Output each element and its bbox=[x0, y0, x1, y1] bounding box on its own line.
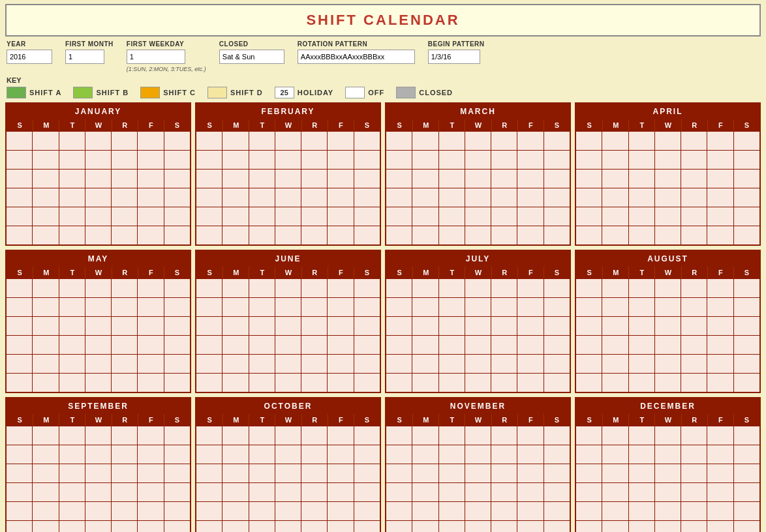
day-header-W: W bbox=[465, 414, 491, 426]
day-cell bbox=[386, 374, 412, 392]
day-header-R: R bbox=[681, 119, 707, 131]
day-cell bbox=[7, 226, 32, 244]
closed-input[interactable] bbox=[219, 50, 284, 64]
day-cell bbox=[164, 170, 190, 188]
day-cell bbox=[517, 355, 543, 373]
day-cell bbox=[544, 374, 570, 392]
day-header-T: T bbox=[628, 267, 654, 278]
day-cell bbox=[301, 464, 327, 482]
day-cell bbox=[544, 502, 570, 520]
day-cell bbox=[544, 317, 570, 335]
day-cell bbox=[629, 521, 654, 532]
day-cell bbox=[85, 226, 111, 244]
day-cell bbox=[681, 464, 707, 482]
day-cell bbox=[576, 188, 602, 207]
day-cell bbox=[85, 426, 111, 445]
day-header-W: W bbox=[85, 267, 111, 278]
month-header-november: NOVEMBER bbox=[386, 398, 570, 414]
day-header-F: F bbox=[328, 119, 354, 131]
calendar-grid bbox=[576, 278, 759, 392]
day-header-S: S bbox=[196, 414, 222, 426]
key-closed: CLOSED bbox=[396, 87, 453, 98]
controls-section: YEAR FIRST MONTH FIRST WEEKDAY (1:SUN, 2… bbox=[0, 37, 766, 74]
year-input[interactable] bbox=[7, 50, 52, 64]
day-header-S: S bbox=[386, 119, 412, 131]
day-cell bbox=[544, 298, 570, 316]
day-cell bbox=[222, 298, 248, 316]
day-cell bbox=[386, 317, 412, 335]
day-header-F: F bbox=[328, 414, 354, 426]
day-cell bbox=[681, 483, 707, 501]
day-header-W: W bbox=[85, 414, 111, 426]
day-cell bbox=[707, 226, 733, 244]
day-header-R: R bbox=[491, 119, 517, 131]
day-cell bbox=[465, 502, 491, 520]
month-block-july: JULYSMTWRFS bbox=[385, 250, 571, 393]
day-cell bbox=[275, 170, 301, 188]
day-header-W: W bbox=[465, 119, 491, 131]
day-cell bbox=[7, 502, 32, 520]
day-cell bbox=[59, 521, 85, 532]
begin-input[interactable] bbox=[428, 50, 480, 64]
day-cell bbox=[544, 151, 570, 169]
key-shift-c: SHIFT C bbox=[140, 87, 196, 98]
day-cell bbox=[275, 151, 301, 169]
day-cell bbox=[196, 170, 222, 188]
day-cell bbox=[301, 226, 327, 244]
day-cell bbox=[681, 132, 707, 150]
day-cell bbox=[249, 521, 275, 532]
day-cell bbox=[164, 188, 190, 207]
day-cell bbox=[576, 170, 602, 188]
day-headers-row: SMTWRFS bbox=[196, 414, 380, 426]
day-cell bbox=[707, 464, 733, 482]
day-cell bbox=[602, 317, 628, 335]
day-cell bbox=[707, 521, 733, 532]
day-headers-row: SMTWRFS bbox=[7, 267, 190, 278]
day-cell bbox=[655, 279, 681, 297]
rotation-input[interactable] bbox=[298, 50, 415, 64]
day-header-T: T bbox=[59, 119, 85, 131]
day-cell bbox=[681, 502, 707, 520]
day-cell bbox=[412, 298, 438, 316]
calendar-row-3: SEPTEMBERSMTWRFSOCTOBERSMTWRFSNOVEMBERSM… bbox=[5, 397, 761, 532]
day-cell bbox=[517, 464, 543, 482]
calendar-grid bbox=[576, 426, 759, 532]
day-cell bbox=[249, 464, 275, 482]
day-cell bbox=[576, 132, 602, 150]
day-cell bbox=[196, 132, 222, 150]
day-cell bbox=[196, 298, 222, 316]
day-header-R: R bbox=[112, 414, 138, 426]
day-header-S: S bbox=[7, 119, 33, 131]
day-cell bbox=[33, 502, 58, 520]
page-title: SHIFT CALENDAR bbox=[7, 12, 759, 29]
day-cell bbox=[602, 226, 628, 244]
day-header-M: M bbox=[602, 119, 628, 131]
day-header-R: R bbox=[301, 267, 328, 278]
day-cell bbox=[681, 355, 707, 373]
calendar-grid bbox=[7, 426, 190, 532]
day-cell bbox=[629, 226, 654, 244]
day-cell bbox=[439, 298, 465, 316]
first-month-input[interactable] bbox=[65, 50, 104, 64]
day-cell bbox=[576, 374, 602, 392]
day-cell bbox=[196, 317, 222, 335]
first-weekday-input[interactable] bbox=[127, 50, 185, 64]
day-cell bbox=[328, 521, 353, 532]
day-cell bbox=[7, 207, 32, 226]
day-cell bbox=[655, 336, 681, 354]
month-header-august: AUGUST bbox=[576, 251, 759, 267]
day-cell bbox=[275, 374, 301, 392]
day-header-R: R bbox=[112, 119, 138, 131]
day-cell bbox=[138, 445, 163, 464]
day-header-S: S bbox=[196, 119, 222, 131]
day-cell bbox=[655, 226, 681, 244]
day-cell bbox=[465, 355, 491, 373]
key-items: SHIFT A SHIFT B SHIFT C SHIFT D 25 HOLID… bbox=[7, 87, 759, 98]
day-cell bbox=[544, 226, 570, 244]
day-cell bbox=[412, 426, 438, 445]
day-cell bbox=[517, 226, 543, 244]
day-cell bbox=[386, 483, 412, 501]
month-header-june: JUNE bbox=[196, 251, 380, 267]
day-header-M: M bbox=[412, 414, 438, 426]
day-header-S: S bbox=[544, 119, 570, 131]
